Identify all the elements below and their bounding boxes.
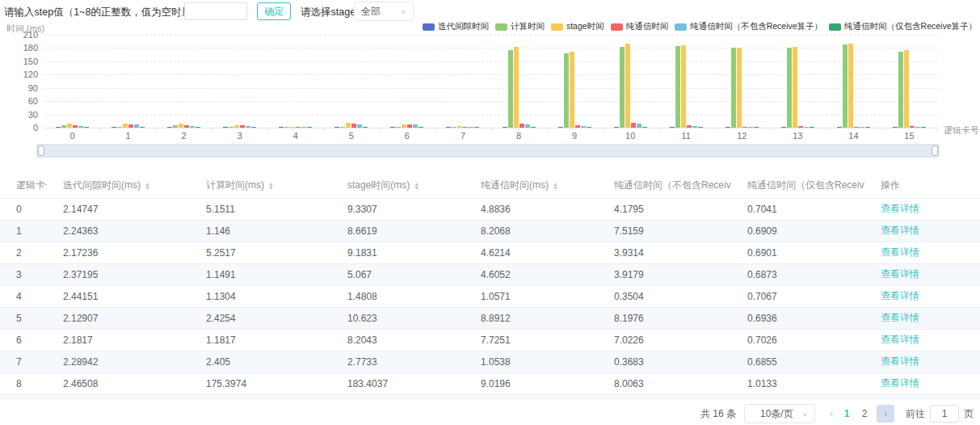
legend-swatch-icon	[495, 23, 507, 31]
page-number-1[interactable]: 1	[838, 408, 856, 419]
bar-6-s1	[396, 127, 401, 128]
gridline	[44, 88, 937, 89]
goto-label: 前往	[906, 407, 925, 421]
bar-10-s1	[620, 47, 625, 128]
cell-6: 0.7067	[731, 285, 864, 307]
x-axis-tick-mark	[770, 128, 771, 131]
top-controls: 请输入step值（1~8的正整数，值为空时展示平均值） 确定 请选择stage …	[0, 0, 980, 23]
view-detail-link[interactable]: 查看详情	[881, 246, 919, 258]
bar-13-s3	[798, 126, 803, 128]
page-number-2[interactable]: 2	[856, 408, 873, 419]
x-axis-tick-label: 9	[558, 131, 591, 141]
datazoom-slider[interactable]	[36, 144, 940, 158]
datazoom-left-handle[interactable]	[38, 145, 44, 156]
goto-page-input[interactable]	[930, 405, 959, 423]
bar-8-s3	[519, 124, 524, 128]
cell-action: 查看详情	[864, 198, 980, 220]
legend-swatch-icon	[829, 23, 841, 31]
bar-4-s0	[279, 127, 284, 128]
view-detail-link[interactable]: 查看详情	[881, 312, 919, 323]
view-detail-link[interactable]: 查看详情	[881, 225, 919, 236]
sort-caret-icon[interactable]: ▲▼	[553, 182, 558, 190]
prev-page-button[interactable]: ‹	[825, 408, 838, 419]
bar-10-s4	[637, 124, 641, 128]
column-header-1[interactable]: 迭代间隙时间(ms)▲▼	[47, 174, 190, 198]
bar-9-s1	[564, 53, 569, 128]
bar-8-s0	[503, 127, 507, 128]
legend-item-1[interactable]: 计算时间	[495, 21, 545, 32]
x-axis-tick-label: 11	[670, 131, 702, 141]
legend-item-5[interactable]: 纯通信时间（仅包含Receive算子）	[829, 21, 977, 32]
cell-6: 1.0133	[731, 372, 864, 394]
cell-1: 2.12907	[47, 307, 190, 329]
bar-2-s4	[190, 126, 195, 128]
column-header-4[interactable]: 纯通信时间(ms)▲▼	[465, 174, 598, 198]
confirm-button[interactable]: 确定	[257, 2, 291, 20]
x-axis-tick-label: 3	[224, 131, 256, 141]
bar-11-s3	[687, 125, 692, 128]
legend-item-4[interactable]: 纯通信时间（不包含Receive算子）	[675, 21, 822, 32]
view-detail-link[interactable]: 查看详情	[881, 290, 919, 301]
cell-1: 2.14747	[47, 198, 190, 220]
cell-4: 4.8836	[465, 198, 598, 220]
gridline	[44, 35, 937, 36]
table-row-2: 22.172365.25179.18314.62143.93140.6901查看…	[0, 242, 980, 263]
table-row-partial	[0, 395, 980, 400]
view-detail-link[interactable]: 查看详情	[881, 268, 919, 280]
view-detail-link[interactable]: 查看详情	[881, 203, 919, 214]
view-detail-link[interactable]: 查看详情	[881, 356, 919, 367]
cell-5: 0.3504	[598, 285, 731, 307]
datazoom-right-handle[interactable]	[932, 145, 938, 156]
bar-1-s3	[128, 124, 133, 128]
bar-0-s0	[56, 127, 61, 128]
cell-0: 0	[0, 198, 47, 220]
legend-label: 迭代间隙时间	[438, 21, 489, 32]
column-header-3[interactable]: stage时间(ms)▲▼	[331, 174, 465, 198]
bar-14-s4	[860, 127, 864, 128]
column-header-7: 操作	[864, 174, 980, 198]
bar-4-s1	[284, 127, 289, 128]
page-size-select[interactable]: 10条/页 ∨	[744, 404, 815, 423]
view-detail-link[interactable]: 查看详情	[881, 377, 919, 389]
sort-desc-icon: ▼	[414, 186, 419, 190]
view-detail-link[interactable]: 查看详情	[881, 334, 919, 345]
bar-9-s4	[581, 126, 586, 128]
bar-8-s5	[531, 127, 536, 128]
column-header-label: 纯通信时间(ms)	[481, 179, 549, 191]
legend-item-3[interactable]: 纯通信时间	[611, 21, 669, 32]
legend-item-2[interactable]: stage时间	[551, 21, 604, 32]
cell-3: 2.7733	[331, 351, 465, 372]
next-page-button[interactable]: ›	[877, 405, 894, 423]
column-header-5[interactable]: 纯通信时间（不包含Receive...▲▼	[598, 174, 731, 198]
column-header-2[interactable]: 计算时间(ms)▲▼	[190, 174, 331, 198]
column-header-6[interactable]: 纯通信时间（仅包含Receive...▲▼	[731, 174, 864, 198]
sort-caret-icon[interactable]: ▲▼	[145, 182, 150, 190]
bar-15-s0	[893, 127, 898, 128]
column-header-label: 计算时间(ms)	[206, 179, 264, 191]
bar-8-s4	[525, 124, 530, 128]
cell-4: 7.7251	[465, 329, 598, 351]
sort-caret-icon[interactable]: ▲▼	[268, 182, 274, 190]
legend-item-0[interactable]: 迭代间隙时间	[423, 21, 489, 32]
x-axis-tick-mark	[267, 128, 268, 131]
bar-9-s0	[558, 127, 563, 128]
bar-5-s5	[363, 127, 368, 128]
x-axis-tick-mark	[491, 128, 492, 131]
cell-6: 0.6873	[731, 263, 864, 285]
cell-5: 3.9314	[598, 242, 731, 263]
legend-label: 纯通信时间（仅包含Receive算子）	[844, 21, 977, 32]
step-input[interactable]	[184, 2, 247, 20]
gridline	[44, 101, 937, 102]
chart-plot-area: 0306090120150180210012345678910111213141…	[44, 35, 937, 128]
cell-action: 查看详情	[864, 220, 980, 242]
gridline	[44, 115, 937, 116]
bar-3-s3	[240, 125, 245, 128]
chart-legend: 迭代间隙时间计算时间stage时间纯通信时间纯通信时间（不包含Receive算子…	[416, 21, 977, 32]
column-header-0: 逻辑卡号	[0, 174, 47, 198]
legend-swatch-icon	[551, 23, 563, 31]
stage-select[interactable]: 全部 ∨	[354, 2, 414, 21]
bar-2-s1	[173, 125, 178, 128]
column-header-label: 操作	[881, 179, 900, 191]
cell-3: 9.3307	[331, 198, 465, 220]
sort-caret-icon[interactable]: ▲▼	[414, 182, 419, 190]
